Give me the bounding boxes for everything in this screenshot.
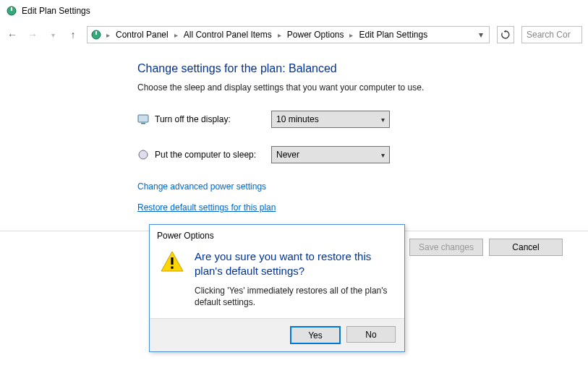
yes-button[interactable]: Yes	[290, 326, 341, 344]
breadcrumb-item[interactable]: Power Options	[284, 30, 347, 40]
navbar: ← → ▾ ↑ ▸ Control Panel ▸ All Control Pa…	[0, 22, 588, 48]
dialog-body-text: Clicking 'Yes' immediately restores all …	[195, 285, 394, 308]
restore-defaults-link[interactable]: Restore default settings for this plan	[137, 202, 276, 213]
warning-icon	[160, 249, 184, 308]
display-dropdown[interactable]: 10 minutes ▾	[271, 111, 390, 128]
window-title: Edit Plan Settings	[22, 6, 90, 16]
power-icon	[90, 29, 102, 40]
svg-rect-7	[171, 257, 173, 265]
advanced-settings-link[interactable]: Change advanced power settings	[137, 181, 266, 192]
cancel-button[interactable]: Cancel	[489, 239, 563, 256]
search-placeholder: Search Cor	[527, 30, 571, 40]
svg-rect-4	[138, 115, 148, 122]
breadcrumb[interactable]: ▸ Control Panel ▸ All Control Panel Item…	[87, 26, 490, 43]
nav-arrows: ← → ▾ ↑	[6, 29, 80, 40]
save-button[interactable]: Save changes	[409, 239, 483, 256]
display-icon	[137, 114, 149, 125]
links-block: Change advanced power settings Restore d…	[137, 181, 588, 223]
breadcrumb-item[interactable]: Control Panel	[113, 30, 171, 40]
chevron-right-icon[interactable]: ▸	[276, 31, 283, 39]
sleep-label: Put the computer to sleep:	[155, 150, 256, 160]
svg-rect-1	[11, 7, 12, 11]
no-button[interactable]: No	[346, 326, 396, 343]
display-label: Turn off the display:	[155, 114, 231, 124]
breadcrumb-item[interactable]: All Control Panel Items	[181, 30, 275, 40]
display-value: 10 minutes	[276, 114, 319, 124]
forward-button[interactable]: →	[26, 29, 39, 40]
back-button[interactable]: ←	[6, 29, 19, 40]
main-content: Change settings for the plan: Balanced C…	[0, 48, 588, 223]
sleep-icon	[137, 149, 149, 161]
display-setting-row: Turn off the display: 10 minutes ▾	[137, 111, 588, 128]
chevron-right-icon[interactable]: ▸	[105, 31, 111, 39]
sleep-value: Never	[276, 150, 299, 160]
breadcrumb-item[interactable]: Edit Plan Settings	[356, 30, 430, 40]
chevron-right-icon[interactable]: ▸	[173, 31, 179, 39]
svg-rect-5	[141, 123, 145, 124]
search-input[interactable]: Search Cor	[521, 26, 582, 43]
page-subtitle: Choose the sleep and display settings th…	[137, 82, 588, 93]
up-button[interactable]: ↑	[67, 29, 80, 40]
window-titlebar: Edit Plan Settings	[0, 0, 588, 22]
dialog-title: Power Options	[150, 225, 404, 245]
dialog-actions: Yes No	[150, 318, 404, 351]
confirm-dialog: Power Options Are you sure you want to r…	[149, 224, 405, 352]
chevron-down-icon[interactable]: ▾	[476, 30, 486, 40]
page-title: Change settings for the plan: Balanced	[137, 62, 588, 75]
sleep-dropdown[interactable]: Never ▾	[271, 146, 390, 163]
svg-rect-8	[171, 267, 173, 269]
chevron-right-icon[interactable]: ▸	[348, 31, 354, 39]
recent-dropdown[interactable]: ▾	[46, 31, 59, 39]
chevron-down-icon: ▾	[381, 151, 385, 159]
app-icon	[6, 5, 17, 17]
chevron-down-icon: ▾	[381, 116, 385, 124]
svg-rect-3	[95, 31, 97, 35]
sleep-setting-row: Put the computer to sleep: Never ▾	[137, 146, 588, 163]
dialog-heading: Are you sure you want to restore this pl…	[195, 249, 394, 278]
refresh-button[interactable]	[497, 26, 514, 43]
refresh-icon	[501, 30, 510, 39]
svg-point-6	[139, 150, 148, 159]
